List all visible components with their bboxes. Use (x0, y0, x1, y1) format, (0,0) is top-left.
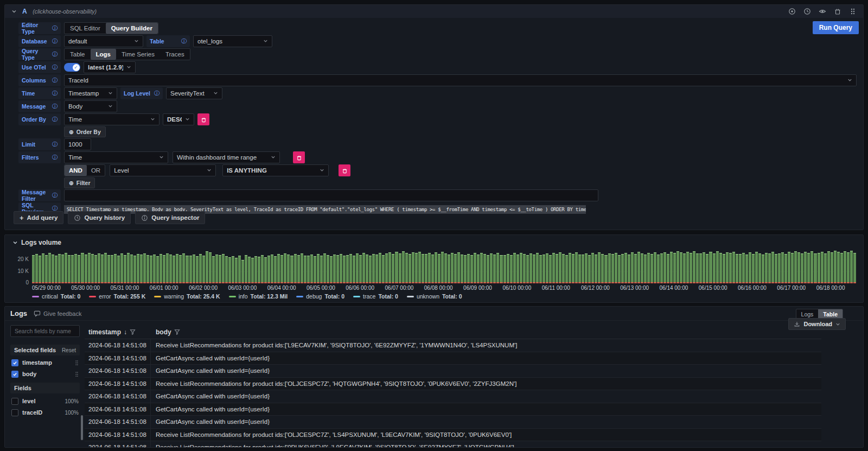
download-button[interactable]: Download (788, 318, 846, 330)
tab-sql-editor[interactable]: SQL Editor (65, 23, 106, 34)
tab-logs[interactable]: Logs (91, 49, 116, 60)
legend-item-unknown[interactable]: unknownTotal: 0 (407, 293, 462, 300)
available-field-level[interactable]: level100% (10, 397, 80, 405)
order-direction-select[interactable]: DESC (163, 113, 194, 125)
checkbox-unchecked-icon[interactable] (11, 398, 18, 405)
history-clock-icon[interactable] (803, 8, 811, 15)
add-query-button[interactable]: +Add query (14, 211, 63, 224)
add-filter-button[interactable]: ⊕Filter (64, 177, 95, 188)
trash-icon[interactable] (834, 8, 841, 15)
volume-bar (153, 255, 156, 283)
editor-type-label: Editor Typeⓘ (18, 22, 61, 34)
otel-version-select[interactable]: latest (1.2.9) (84, 61, 136, 73)
table-row[interactable]: 2024-06-18 14:51:08GetCartAsync called w… (85, 390, 821, 403)
legend-item-critical[interactable]: criticalTotal: 0 (32, 293, 80, 300)
selected-field-body[interactable]: body (10, 370, 80, 378)
legend-item-error[interactable]: errorTotal: 255 K (89, 293, 145, 300)
filter-funnel-icon[interactable] (174, 329, 180, 335)
collapse-chevron-icon[interactable] (11, 9, 17, 14)
run-query-button[interactable]: Run Query (813, 21, 859, 34)
legend-item-warning[interactable]: warningTotal: 25.4 K (154, 293, 220, 300)
sort-desc-icon[interactable]: ↓ (124, 328, 127, 336)
add-order-by-button[interactable]: ⊕Order By (64, 126, 106, 137)
and-option[interactable]: AND (65, 165, 87, 176)
legend-item-info[interactable]: infoTotal: 12.3 Mil (229, 293, 288, 300)
or-option[interactable]: OR (87, 165, 105, 176)
time-column-select[interactable]: Timestamp (64, 87, 117, 99)
volume-bar (52, 255, 54, 283)
remove-filter1-button[interactable] (293, 151, 305, 163)
sidebar-scrollbar[interactable] (81, 415, 83, 440)
log-level-select[interactable]: SeverityText (166, 87, 222, 99)
checkbox-unchecked-icon[interactable] (11, 409, 18, 416)
speech-bubble-icon (34, 310, 41, 317)
table-row[interactable]: 2024-06-18 14:51:08GetCartAsync called w… (85, 352, 821, 365)
cell-body: GetCartAsync called with userId={userId} (151, 418, 821, 425)
view-option-table[interactable]: Table (818, 309, 843, 319)
volume-bar (526, 255, 529, 283)
available-field-traceID[interactable]: traceID100% (10, 408, 80, 417)
table-row[interactable]: 2024-06-18 14:51:08GetCartAsync called w… (85, 365, 821, 378)
legend-item-debug[interactable]: debugTotal: 0 (296, 293, 344, 300)
remove-order-by-button[interactable] (197, 113, 209, 125)
drag-handle-icon[interactable] (849, 8, 857, 15)
use-otel-toggle[interactable]: ✓ (64, 63, 80, 72)
table-row[interactable]: 2024-06-18 14:51:08Receive ListRecommend… (85, 339, 821, 352)
x-axis-tick: 06/06 00:00 (346, 285, 385, 291)
table-row[interactable]: 2024-06-18 14:51:08GetCartAsync called w… (85, 403, 821, 416)
volume-bar (206, 251, 208, 283)
give-feedback-link[interactable]: Give feedback (34, 310, 81, 317)
chevron-down-icon (213, 90, 218, 97)
selected-field-timestamp[interactable]: timestamp (10, 358, 80, 367)
drag-handle-icon[interactable] (75, 371, 79, 377)
query-row-header[interactable]: A (clickhouse-observability) (5, 5, 863, 18)
legend-total: Total: 0 (61, 293, 81, 300)
filter1-operator-select[interactable]: Within dashboard time range (173, 151, 280, 163)
filter2-field-select[interactable]: Level (110, 164, 216, 176)
column-header-body[interactable]: body (151, 328, 180, 336)
checkbox-checked-icon[interactable] (11, 359, 18, 366)
order-by-field-select[interactable]: Time (64, 113, 159, 125)
message-filter-input[interactable] (64, 189, 598, 201)
table-select[interactable]: otel_logs (193, 35, 272, 47)
table-row[interactable]: 2024-06-18 14:51:08Receive ListRecommend… (85, 441, 821, 448)
tab-traces[interactable]: Traces (160, 49, 190, 60)
filter2-operator-select[interactable]: IS ANYTHING (222, 164, 329, 176)
table-row[interactable]: 2024-06-18 14:51:08GetCartAsync called w… (85, 416, 821, 429)
reset-button[interactable]: Reset (62, 347, 76, 353)
column-header-timestamp[interactable]: timestamp ↓ (85, 328, 151, 336)
legend-item-trace[interactable]: traceTotal: 0 (353, 293, 398, 300)
cell-timestamp: 2024-06-18 14:51:08 (85, 365, 151, 377)
volume-bar (362, 253, 365, 283)
volume-bar (346, 255, 349, 283)
volume-bar (307, 256, 310, 283)
table-row[interactable]: 2024-06-18 14:51:08Receive ListRecommend… (85, 429, 821, 442)
query-inspector-button[interactable]: Query inspector (135, 211, 205, 224)
logs-volume-chart[interactable]: 20 K 10 K 0 (12, 250, 856, 283)
tab-table[interactable]: Table (65, 49, 91, 60)
remove-filter2-button[interactable] (339, 164, 350, 176)
message-column-select[interactable]: Body (64, 100, 117, 112)
search-fields-input[interactable] (10, 325, 80, 337)
eye-icon[interactable] (819, 8, 826, 15)
limit-input[interactable]: 1000 (64, 138, 91, 150)
filter1-field-select[interactable]: Time (64, 151, 168, 163)
volume-bar (831, 252, 833, 283)
filter-funnel-icon[interactable] (130, 329, 136, 335)
volume-bar (415, 253, 418, 283)
database-select[interactable]: default (64, 35, 143, 47)
logs-volume-header[interactable]: Logs volume (12, 238, 856, 247)
volume-bar (739, 254, 742, 283)
table-row[interactable]: 2024-06-18 14:51:08Receive ListRecommend… (85, 378, 821, 391)
tab-query-builder[interactable]: Query Builder (106, 23, 158, 34)
volume-bar (474, 253, 476, 283)
columns-multiselect[interactable]: TraceId (64, 74, 857, 86)
query-history-button[interactable]: Query history (68, 211, 131, 224)
drag-handle-icon[interactable] (75, 360, 79, 366)
volume-bar (650, 254, 653, 283)
duplicate-query-icon[interactable] (788, 8, 796, 15)
checkbox-checked-icon[interactable] (11, 371, 18, 378)
tab-time-series[interactable]: Time Series (116, 49, 160, 60)
view-option-logs[interactable]: Logs (796, 309, 819, 319)
cell-timestamp: 2024-06-18 14:51:08 (85, 403, 151, 416)
